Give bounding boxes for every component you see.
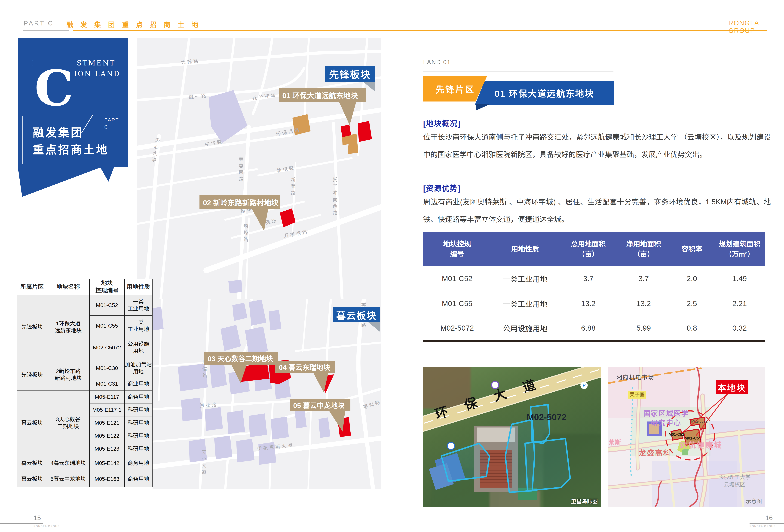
map-pin-icon	[447, 442, 455, 450]
table-cell: 3天心数谷 二期地块	[47, 390, 89, 455]
table-cell: 科研用地	[124, 429, 152, 442]
header-brand: RONGFA GROUP	[728, 19, 784, 34]
table-cell: M01-C31	[89, 377, 124, 390]
table-cell: 2新岭东路 新路村地块	[47, 359, 89, 390]
schematic-label-outlet: 莱斯	[608, 438, 621, 447]
table-cell: M05-E122	[89, 429, 124, 442]
region-tag-xianfeng: 先锋板块	[325, 66, 374, 82]
col-header: 总用地面积 （亩）	[559, 232, 618, 266]
table-cell: 0.32	[714, 316, 765, 341]
street-label: 托子冲南西路	[331, 177, 338, 217]
schematic-plot-label-5072: M02-5072	[691, 419, 708, 424]
region-tag-muyun: 暮云板块	[333, 307, 380, 323]
table-cell: 公用设施用地	[491, 316, 559, 341]
col-header: 净用地面积 （亩）	[618, 232, 670, 266]
footer-rule-right	[750, 523, 784, 524]
table-cell: M02-5072	[423, 316, 491, 341]
table-cell: M05-E121	[89, 416, 124, 429]
callout-label: 02 新岭东路新路村地块	[203, 197, 279, 207]
col-header: 用地性质	[124, 279, 152, 295]
table-row: 暮云板块 5暮云中龙地块 M05-E163 商务用地	[17, 471, 152, 487]
table-cell: 暮云板块	[17, 390, 47, 455]
table-cell: 13.2	[618, 291, 670, 316]
table-cell: 5暮云中龙地块	[47, 471, 89, 487]
brochure-page: PART C 融发集团重点招商土地 RONGFA GROUP KEY INVES…	[0, 0, 784, 532]
table-cell: 先锋板块	[17, 359, 47, 390]
header-part-label: PART C	[24, 20, 54, 27]
header-rule-orange	[73, 30, 766, 31]
schematic-label-market: 湘府机电市场	[616, 374, 654, 382]
lower-map: 城信路 团结路 芙蓉南路 暮南路 创业路 伊莱克斯大道 天心大道	[152, 299, 381, 489]
schematic-map-panel: 湘府机电市场 果子园 国家区域医学 研究中心 龙盛高科 远航健康城 莱斯 长沙理…	[608, 367, 765, 507]
schematic-label-yuanhang: 远航健康城	[680, 440, 722, 450]
resource-paragraph: 周边有商业(友阿奥特莱斯 、中海环宇城) 、居住、生活配套十分完善，商务环境优良…	[423, 193, 771, 228]
footer-brand-left: RONGFA GROUP	[33, 525, 60, 528]
table-cell: M01-C55	[89, 315, 124, 336]
cover-letter: C	[33, 59, 75, 117]
zone-tag-label: 先锋片区	[436, 82, 475, 95]
cover-part-word: PART	[104, 116, 119, 123]
overview-heading: [地块概况]	[423, 117, 460, 129]
col-header: 地块 控规编号	[89, 279, 124, 295]
street-label: 韶峰路	[242, 224, 249, 244]
schematic-label-longsheng: 龙盛高科	[639, 448, 671, 458]
cover-part-letter: C	[104, 123, 119, 131]
footer-rule-left	[0, 523, 43, 524]
plot-title-banner: 01 环保大道远航东地块	[475, 81, 614, 105]
region-tag-label: 先锋板块	[329, 67, 371, 81]
col-header: 地块名称	[47, 279, 89, 295]
table-cell: M05-E142	[89, 455, 124, 471]
schematic-plot-label-c52: M01-C52	[669, 432, 684, 437]
header-rule-gray	[23, 30, 69, 31]
table-cell: M01-C52	[89, 295, 124, 315]
cover-title-line1: 融发集团	[33, 124, 83, 140]
callout-label: 01 环保大道远航东地块	[282, 90, 358, 100]
table-cell: 科研用地	[124, 442, 152, 455]
table-cell: M01-C55	[423, 291, 491, 316]
table-row: M01-C52 一类工业用地 3.7 3.7 2.0 1.49	[423, 266, 765, 291]
street-label: 天心大道	[200, 450, 207, 476]
table-cell: 1环保大道 远航东地块	[47, 295, 89, 359]
table-header-row: 地块控规 编号 用地性质 总用地面积 （亩） 净用地面积 （亩） 容积率 规划建…	[423, 232, 765, 266]
callout-label: 05 暮云中龙地块	[293, 400, 344, 410]
schematic-label-orchard: 果子园	[628, 391, 646, 398]
callout-plot-05: 05 暮云中龙地块	[290, 399, 351, 411]
table-cell: 一类工业用地	[491, 266, 559, 291]
table-cell: 一类 工业用地	[124, 295, 152, 315]
parking-poi-icon: P	[581, 382, 588, 389]
table-cell: 公用设施 用地	[124, 336, 152, 359]
region-tag-label: 暮云板块	[336, 308, 377, 322]
table-cell: M01-C52	[423, 266, 491, 291]
table-cell: 科研用地	[124, 416, 152, 429]
table-cell: 5.99	[618, 316, 670, 341]
table-cell: M05-E123	[89, 442, 124, 455]
cover-part-small: PART C	[104, 116, 119, 131]
table-cell: 先锋板块	[17, 295, 47, 359]
col-header: 规划建筑面积 （万m²）	[714, 232, 765, 266]
table-cell: 商务用地	[124, 471, 152, 487]
footer-brand-right: RONGFA GROUP	[750, 525, 776, 528]
street-label: 创业路	[199, 401, 218, 409]
callout-label: 04 暮云东瑞地块	[279, 362, 330, 372]
banner-notch	[476, 104, 490, 111]
schematic-plot-label-c55: M01-C55	[684, 436, 701, 441]
table-row: 先锋板块 2新岭东路 新路村地块 M01-C30 加油加气站 用地	[17, 359, 152, 377]
page-number-right: 16	[765, 514, 773, 522]
table-row: M02-5072 公用设施用地 6.88 5.99 0.8 0.32	[423, 316, 765, 341]
land-rule	[423, 71, 613, 72]
header-title: 融发集团重点招商土地	[66, 19, 205, 29]
callout-plot-04: 04 暮云东瑞地块	[275, 361, 335, 373]
table-cell: M05-E117-1	[89, 403, 124, 416]
callout-plot-01: 01 环保大道远航东地块	[279, 88, 366, 102]
table-cell: 4暮云东瑞地块	[47, 455, 89, 471]
overview-paragraph: 位于长沙南环保大道南侧与托子冲南路交汇处，紧邻远航健康城和长沙理工大学 （云塘校…	[423, 129, 771, 163]
table-cell: 2.0	[670, 266, 714, 291]
page-number-left: 15	[33, 514, 41, 522]
table-row: 暮云板块 3天心数谷 二期地块 M05-E117 商务用地	[17, 390, 152, 403]
table-cell: 加油加气站 用地	[124, 359, 152, 377]
plot-title-label: 01 环保大道远航东地块	[495, 86, 594, 99]
table-cell: 6.88	[559, 316, 618, 341]
table-cell: 商务用地	[124, 390, 152, 403]
table-cell: 2.21	[714, 291, 765, 316]
table-cell: 1.49	[714, 266, 765, 291]
